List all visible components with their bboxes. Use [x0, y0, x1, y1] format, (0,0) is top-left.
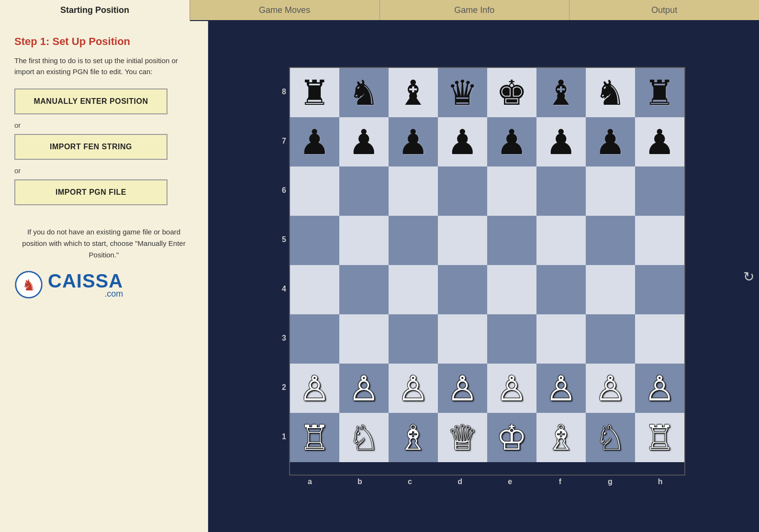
cell-f2[interactable]: ♙	[536, 364, 586, 413]
piece-b7: ♟	[348, 125, 380, 159]
cell-g2[interactable]: ♙	[586, 364, 635, 413]
import-pgn-file-button[interactable]: IMPORT PGN FILE	[14, 179, 167, 205]
cell-f4[interactable]	[536, 265, 586, 314]
cell-b7[interactable]: ♟	[339, 117, 389, 166]
piece-g2: ♙	[595, 371, 626, 406]
cell-a4[interactable]	[290, 265, 339, 314]
cell-d3[interactable]	[438, 314, 487, 364]
rank-label-3: 3	[282, 313, 286, 363]
cell-e8[interactable]: ♚	[487, 68, 536, 117]
cell-e2[interactable]: ♙	[487, 364, 536, 413]
file-label-b: b	[335, 477, 384, 486]
piece-c1: ♗	[398, 421, 429, 455]
cell-h2[interactable]: ♙	[635, 364, 684, 413]
cell-e3[interactable]	[487, 314, 536, 364]
cell-f5[interactable]	[536, 216, 586, 265]
cell-c1[interactable]: ♗	[389, 413, 438, 462]
cell-g8[interactable]: ♞	[586, 68, 635, 117]
cell-f3[interactable]	[536, 314, 586, 364]
cell-d2[interactable]: ♙	[438, 364, 487, 413]
cell-c5[interactable]	[389, 216, 438, 265]
file-label-g: g	[586, 477, 635, 486]
cell-f8[interactable]: ♝	[536, 68, 586, 117]
cell-c2[interactable]: ♙	[389, 364, 438, 413]
cell-g6[interactable]	[586, 166, 635, 216]
cell-a3[interactable]	[290, 314, 339, 364]
svg-text:♞: ♞	[22, 277, 36, 294]
tab-game-info[interactable]: Game Info	[380, 0, 570, 20]
piece-c2: ♙	[398, 371, 429, 406]
cell-g4[interactable]	[586, 265, 635, 314]
piece-h2: ♙	[644, 371, 675, 406]
cell-b1[interactable]: ♘	[339, 413, 389, 462]
logo-area: ♞ CAISSA .com	[14, 270, 193, 299]
piece-d7: ♟	[447, 125, 478, 159]
cell-b8[interactable]: ♞	[339, 68, 389, 117]
cell-a2[interactable]: ♙	[290, 364, 339, 413]
cell-g3[interactable]	[586, 314, 635, 364]
cell-g5[interactable]	[586, 216, 635, 265]
piece-d2: ♙	[447, 371, 478, 406]
refresh-button[interactable]: ↻	[743, 269, 754, 285]
piece-e1: ♔	[496, 421, 527, 455]
cell-f1[interactable]: ♗	[536, 413, 586, 462]
cell-c4[interactable]	[389, 265, 438, 314]
tab-output[interactable]: Output	[569, 0, 759, 20]
cell-d7[interactable]: ♟	[438, 117, 487, 166]
cell-e6[interactable]	[487, 166, 536, 216]
rank-labels: 8 7 6 5 4 3 2 1	[282, 67, 289, 476]
cell-e5[interactable]	[487, 216, 536, 265]
cell-c6[interactable]	[389, 166, 438, 216]
cell-h6[interactable]	[635, 166, 684, 216]
cell-h5[interactable]	[635, 216, 684, 265]
cell-f6[interactable]	[536, 166, 586, 216]
piece-d1: ♕	[447, 421, 478, 455]
cell-e4[interactable]	[487, 265, 536, 314]
manually-enter-position-button[interactable]: MANUALLY ENTER POSITION	[14, 89, 167, 114]
cell-e1[interactable]: ♔	[487, 413, 536, 462]
cell-c8[interactable]: ♝	[389, 68, 438, 117]
cell-b6[interactable]	[339, 166, 389, 216]
file-label-f: f	[536, 477, 585, 486]
cell-h1[interactable]: ♖	[635, 413, 684, 462]
cell-h7[interactable]: ♟	[635, 117, 684, 166]
piece-a2: ♙	[299, 371, 330, 406]
cell-b4[interactable]	[339, 265, 389, 314]
cell-g1[interactable]: ♘	[586, 413, 635, 462]
cell-h8[interactable]: ♜	[635, 68, 684, 117]
cell-a7[interactable]: ♟	[290, 117, 339, 166]
cell-d4[interactable]	[438, 265, 487, 314]
piece-e2: ♙	[496, 371, 527, 406]
rank-label-8: 8	[282, 67, 286, 116]
tab-bar: Starting Position Game Moves Game Info O…	[0, 0, 759, 21]
cell-a6[interactable]	[290, 166, 339, 216]
cell-a8[interactable]: ♜	[290, 68, 339, 117]
cell-c3[interactable]	[389, 314, 438, 364]
cell-h4[interactable]	[635, 265, 684, 314]
file-label-e: e	[485, 477, 535, 486]
file-label-a: a	[285, 477, 335, 486]
cell-a5[interactable]	[290, 216, 339, 265]
piece-f7: ♟	[546, 125, 577, 159]
cell-g7[interactable]: ♟	[586, 117, 635, 166]
rank-label-5: 5	[282, 215, 286, 264]
cell-a1[interactable]: ♖	[290, 413, 339, 462]
cell-d1[interactable]: ♕	[438, 413, 487, 462]
cell-b2[interactable]: ♙	[339, 364, 389, 413]
import-fen-string-button[interactable]: IMPORT FEN STRING	[14, 134, 167, 160]
cell-d6[interactable]	[438, 166, 487, 216]
main-content: Step 1: Set Up Position The first thing …	[0, 21, 759, 532]
cell-d5[interactable]	[438, 216, 487, 265]
rank-label-1: 1	[282, 412, 286, 461]
file-label-h: h	[636, 477, 685, 486]
cell-b5[interactable]	[339, 216, 389, 265]
cell-f7[interactable]: ♟	[536, 117, 586, 166]
cell-c7[interactable]: ♟	[389, 117, 438, 166]
cell-h3[interactable]	[635, 314, 684, 364]
tab-starting-position[interactable]: Starting Position	[0, 0, 190, 21]
rank-label-4: 4	[282, 264, 286, 313]
tab-game-moves[interactable]: Game Moves	[190, 0, 380, 20]
cell-e7[interactable]: ♟	[487, 117, 536, 166]
cell-d8[interactable]: ♛	[438, 68, 487, 117]
cell-b3[interactable]	[339, 314, 389, 364]
